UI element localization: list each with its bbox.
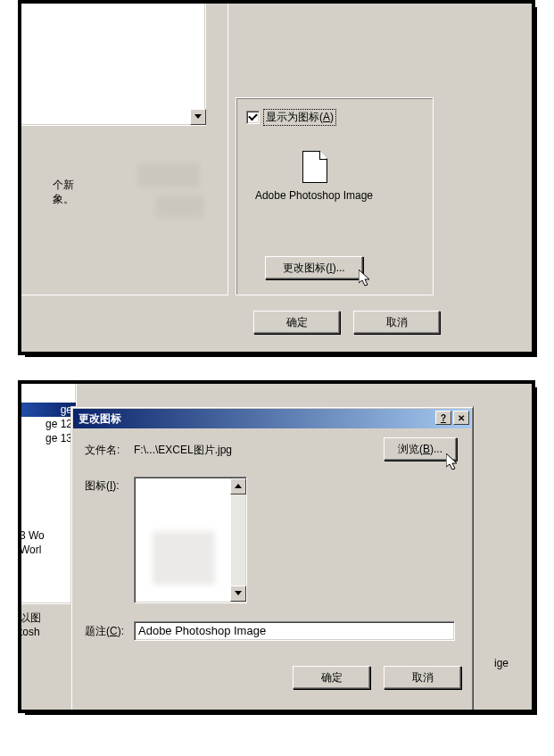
- filename-value: F:\...\EXCEL图片.jpg: [134, 443, 232, 458]
- description-text: 个新象。: [53, 178, 74, 206]
- side-text: ige: [494, 656, 509, 670]
- svg-marker-3: [235, 484, 242, 488]
- titlebar: 更改图标 ? ✕: [73, 409, 471, 428]
- show-as-icon-label: 显示为图标(A): [263, 109, 336, 126]
- scroll-up-button[interactable]: [230, 478, 246, 494]
- change-icon-dialog: 更改图标 ? ✕ 文件名: F:\...\EXCEL图片.jpg 浏览(B)..…: [70, 406, 474, 711]
- document-icon: [302, 151, 327, 183]
- icon-caption: Adobe Photoshop Image: [252, 189, 376, 203]
- object-type-list[interactable]: ge ge 12 ge 13: [18, 380, 77, 604]
- icon-label: 图标(I):: [85, 478, 120, 494]
- close-button[interactable]: ✕: [453, 411, 469, 425]
- show-as-icon-checkbox[interactable]: [246, 111, 260, 124]
- side-text: 以图tosh: [20, 611, 41, 639]
- browse-button[interactable]: 浏览(B)...: [384, 437, 457, 461]
- dialog-ok-button[interactable]: 确定: [293, 666, 370, 689]
- list-item[interactable]: ge: [18, 403, 76, 417]
- scroll-down-button[interactable]: [230, 586, 246, 602]
- change-icon-button[interactable]: 更改图标(I)...: [265, 256, 363, 279]
- list-item[interactable]: ge 12: [18, 417, 76, 431]
- cancel-button[interactable]: 取消: [353, 311, 440, 334]
- caption-input[interactable]: Adobe Photoshop Image: [134, 621, 455, 641]
- icon-picker[interactable]: [134, 477, 247, 603]
- show-as-icon-row: 显示为图标(A): [246, 109, 336, 126]
- svg-marker-4: [235, 591, 242, 595]
- list-item[interactable]: ge 13: [18, 431, 76, 445]
- filename-label: 文件名:: [85, 443, 120, 458]
- scroll-down-button[interactable]: [190, 109, 206, 125]
- scrollbar[interactable]: [231, 478, 245, 602]
- dialog-cancel-button[interactable]: 取消: [384, 666, 461, 689]
- dialog-title: 更改图标: [79, 411, 121, 427]
- ok-button[interactable]: 确定: [253, 311, 340, 334]
- svg-marker-0: [194, 114, 202, 119]
- preview-box: [18, 0, 206, 126]
- side-text: 3 WoWorl: [20, 528, 45, 557]
- caption-label: 题注(C):: [85, 624, 124, 639]
- help-button[interactable]: ?: [435, 411, 451, 425]
